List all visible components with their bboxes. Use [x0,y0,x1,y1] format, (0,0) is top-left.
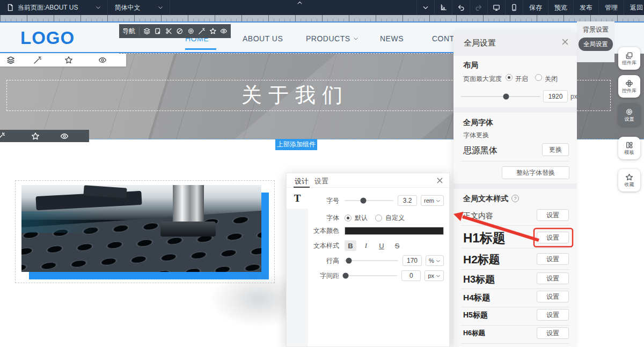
sidebar-item-widgets[interactable]: 控件库 [618,75,640,98]
collapse-panel-icon[interactable] [416,0,434,15]
sidebar-label: 收藏 [625,182,634,187]
max-width-on-radio[interactable] [506,74,513,81]
tab-settings[interactable]: 设置 [314,176,328,186]
font-custom-radio[interactable] [375,215,382,222]
preview-button[interactable]: 预览 [548,0,573,15]
undo-icon[interactable] [452,0,470,15]
current-page-selector[interactable]: 当前页面:ABOUT US [0,0,108,15]
italic-button[interactable]: I [360,240,372,251]
letter-spacing-slider-handle[interactable] [342,273,348,279]
letter-spacing-input[interactable] [401,270,421,281]
scissors-icon[interactable] [165,27,173,35]
max-width-slider-handle[interactable] [503,94,509,100]
magic-wand-icon[interactable] [33,56,42,64]
font-size-unit-select[interactable]: rem [421,195,444,206]
ruler-guides-icon[interactable] [434,0,452,15]
underline-button[interactable]: U [376,240,387,251]
font-size-slider[interactable] [345,200,393,201]
gear-icon[interactable] [187,27,195,35]
back-button[interactable]: 返回 [624,0,644,15]
layers-icon[interactable] [143,27,151,35]
nav-item-about-us[interactable]: ABOUT US [243,34,283,43]
eye-icon[interactable] [60,132,69,141]
change-font-button[interactable]: 更换 [542,143,569,156]
text-color-label: 文本颜色 [308,226,339,235]
sidebar-item-favorites[interactable]: 收藏 [618,169,640,191]
letter-spacing-slider[interactable] [345,275,397,276]
topbar: 当前页面:ABOUT US 简体中文 保存 预览 发布 管理 返回 [0,0,644,15]
max-width-unit: px [570,93,577,100]
font-custom-label: 自定义 [385,213,405,223]
chevron-up-icon [297,0,303,6]
body-text-setting-button[interactable]: 设置 [537,209,569,221]
sidebar-item-components[interactable]: 组件库 [618,47,640,70]
h1-style-label: H1标题 [463,230,506,247]
nav-item-products[interactable]: PRODUCTS [306,34,358,43]
add-component-top-button[interactable]: 上部添加组件 [275,139,317,150]
close-icon[interactable] [561,38,569,46]
line-height-unit-select[interactable]: % [426,255,444,266]
disable-icon[interactable] [176,27,184,35]
divider [461,343,569,344]
machine-photo[interactable] [21,185,261,272]
layers-icon[interactable] [6,56,15,64]
tab-design[interactable]: 设计 [295,176,309,186]
collapse-topbar-handle[interactable] [292,0,307,6]
max-width-slider[interactable] [461,96,540,97]
bold-button[interactable]: B [345,240,356,251]
chevron-down-icon [436,198,441,203]
desktop-view-icon[interactable] [487,0,505,15]
font-size-slider-handle[interactable] [360,198,366,204]
star-icon[interactable] [64,56,73,64]
h1-setting-button[interactable]: 设置 [537,232,569,243]
max-width-off-radio[interactable] [535,74,542,81]
line-height-slider-handle[interactable] [346,258,352,264]
divider [461,269,569,270]
redo-icon[interactable] [470,0,487,15]
save-button[interactable]: 保存 [523,0,548,15]
line-height-input[interactable] [402,255,422,266]
dialog-header: 设计 设置 [287,173,449,188]
star-icon[interactable] [209,27,217,35]
h6-setting-button[interactable]: 设置 [537,327,569,339]
font-default-radio[interactable] [345,215,352,222]
sidebar-item-settings[interactable]: 设置 [618,104,640,126]
chevron-down-icon [436,259,441,263]
global-font-heading: 全局字体 [463,118,493,128]
max-width-input[interactable] [543,90,568,102]
text-color-swatch[interactable] [345,227,444,235]
help-icon[interactable]: ? [511,195,519,202]
eye-icon[interactable] [98,56,107,64]
strikethrough-button[interactable]: S [391,240,403,251]
manage-button[interactable]: 管理 [598,0,624,15]
h3-setting-button[interactable]: 设置 [537,272,569,284]
tab-global-settings[interactable]: 全局设置 [579,38,613,51]
global-settings-panel: 全局设置 布局 页面最大宽度 开启 关闭 px 全局字体 字体更换 思源黑体 更… [453,32,577,347]
magic-wand-icon[interactable] [198,27,206,35]
nav-about-label: ABOUT US [243,34,283,43]
close-icon[interactable] [436,176,444,184]
tab-background-settings[interactable]: 背景设置 [577,21,614,36]
sidebar-item-templates[interactable]: 模板 [618,137,640,159]
gear-icon [625,108,633,116]
site-logo[interactable]: LOGO [20,28,75,48]
letter-spacing-unit-select[interactable]: px [425,270,444,281]
publish-button[interactable]: 发布 [573,0,598,15]
line-height-slider[interactable] [345,260,398,261]
font-size-input[interactable] [398,195,417,206]
text-tool-button[interactable]: T [287,188,308,209]
eye-icon[interactable] [220,27,228,35]
font-change-title: 字体更换 [463,131,489,140]
divider [461,225,569,226]
h4-setting-button[interactable]: 设置 [537,291,569,302]
magic-wand-icon[interactable] [0,132,5,141]
mobile-view-icon[interactable] [505,0,523,15]
h5-setting-button[interactable]: 设置 [537,309,569,321]
copy-page-icon[interactable] [154,27,162,35]
replace-all-fonts-button[interactable]: 整站字体替换 [502,166,569,179]
language-selector[interactable]: 简体中文 [108,0,170,15]
nav-item-news[interactable]: NEWS [380,34,404,43]
h2-setting-button[interactable]: 设置 [537,253,569,265]
letter-spacing-unit-value: px [428,272,434,279]
star-icon[interactable] [31,132,40,141]
